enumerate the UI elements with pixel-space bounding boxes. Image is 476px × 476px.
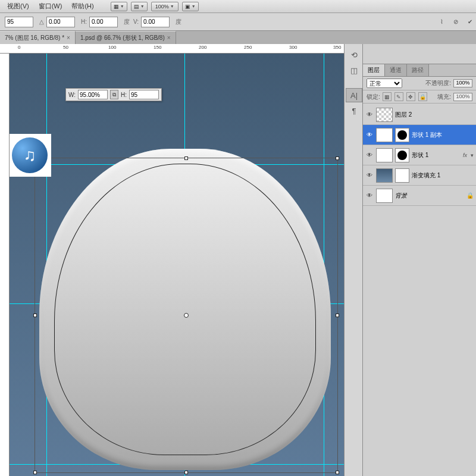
- layer-name[interactable]: 图层 2: [395, 111, 474, 119]
- flyout-1[interactable]: ▦▼: [111, 2, 127, 11]
- menu-help[interactable]: 帮助(H): [67, 0, 98, 12]
- main-menu: 视图(V) 窗口(W) 帮助(H) ▦▼ ▤▼ 100%▼ ▣▼: [0, 0, 476, 13]
- lock-icon: 🔒: [466, 192, 474, 199]
- layer-thumb[interactable]: [376, 128, 393, 142]
- vector-mask-thumb[interactable]: [395, 148, 409, 162]
- scale-input[interactable]: [5, 17, 33, 27]
- menu-view[interactable]: 视图(V): [2, 0, 34, 12]
- tab-layers[interactable]: 图层: [363, 64, 385, 76]
- handle-bl[interactable]: [33, 471, 37, 474]
- v-label: V:: [133, 18, 139, 25]
- handle-tc[interactable]: [184, 156, 188, 160]
- flyout-zoom[interactable]: 100%▼: [151, 2, 178, 11]
- close-icon[interactable]: ×: [67, 35, 70, 41]
- layer-row[interactable]: 👁 背景 🔒: [363, 186, 476, 206]
- fx-badge[interactable]: fx: [462, 152, 468, 158]
- ruler-horizontal[interactable]: 0 50 100 150 200 250 300 350: [0, 44, 357, 54]
- handle-bc[interactable]: [184, 471, 188, 474]
- layer-row-selected[interactable]: 👁 形状 1 副本: [363, 125, 476, 145]
- layer-name[interactable]: 背景: [395, 192, 464, 200]
- lock-all-icon[interactable]: 🔒: [418, 92, 427, 101]
- layer-options-row-2: 锁定: ▦ ✎ ✥ 🔒 填充: 100%: [363, 90, 476, 104]
- canvas[interactable]: ♫: [10, 54, 344, 476]
- layer-mask-thumb[interactable]: [395, 168, 409, 183]
- tab-paths[interactable]: 路径: [407, 64, 429, 76]
- layer-thumb[interactable]: [376, 148, 393, 162]
- panel-icon-5[interactable]: ◫: [346, 63, 362, 77]
- deg2-label: 度: [176, 18, 181, 26]
- link-icon[interactable]: ⧉: [110, 90, 118, 99]
- visibility-icon[interactable]: 👁: [365, 192, 374, 199]
- h-input[interactable]: [89, 17, 118, 27]
- lock-paint-icon[interactable]: ✎: [394, 92, 403, 101]
- transform-bounding-box[interactable]: [35, 158, 338, 473]
- layer-thumb[interactable]: [376, 108, 393, 122]
- layer-name[interactable]: 形状 1 副本: [412, 131, 474, 139]
- opacity-label: 不透明度:: [425, 79, 451, 87]
- handle-tr[interactable]: [336, 156, 339, 160]
- h-label: H:: [121, 92, 127, 98]
- tab-1[interactable]: 7% (图层 16, RGB/8) *×: [0, 31, 76, 44]
- w-input[interactable]: [78, 90, 108, 99]
- music-icon: ♫: [12, 137, 48, 173]
- visibility-icon[interactable]: 👁: [365, 152, 374, 158]
- panel-tabs: 图层 通道 路径: [363, 64, 476, 77]
- h-label: H:: [81, 18, 87, 25]
- close-icon[interactable]: ×: [167, 35, 171, 41]
- layers-list: 👁 图层 2 👁 形状 1 副本 👁 形状 1 fx ▾ 👁 渐变填充 1 👁: [363, 104, 476, 207]
- visibility-icon[interactable]: 👁: [365, 172, 374, 178]
- flyout-2[interactable]: ▤▼: [131, 2, 148, 11]
- fill-value[interactable]: 100%: [453, 93, 472, 101]
- lock-label: 锁定:: [367, 93, 380, 101]
- layer-name[interactable]: 渐变填充 1: [412, 171, 474, 180]
- ruler-vertical[interactable]: [0, 54, 10, 476]
- transform-float-palette[interactable]: W: ⧉ H:: [65, 88, 162, 101]
- cancel-icon[interactable]: ⊘: [450, 16, 462, 28]
- vector-mask-thumb[interactable]: [395, 128, 409, 142]
- deg-label: 度: [124, 18, 130, 26]
- right-panel: 思缘设计论坛 WWW.MISSYUAN.COM 0 0 △ 0 图层 通道 路径…: [363, 0, 476, 476]
- handle-br[interactable]: [336, 471, 339, 474]
- v-input[interactable]: [141, 17, 170, 27]
- layer-row[interactable]: 👁 渐变填充 1: [363, 165, 476, 186]
- layer-thumb[interactable]: [376, 168, 393, 183]
- layer-row[interactable]: 👁 图层 2: [363, 105, 476, 125]
- commit-icon[interactable]: ✔: [464, 16, 476, 28]
- w-label: W:: [68, 92, 76, 98]
- layer-row[interactable]: 👁 形状 1 fx ▾: [363, 145, 476, 165]
- reference-image: ♫: [10, 134, 51, 177]
- tab-channels[interactable]: 通道: [385, 64, 407, 76]
- chevron-down-icon[interactable]: ▾: [471, 152, 474, 158]
- fill-label: 填充:: [437, 93, 451, 101]
- opacity-value[interactable]: 100%: [453, 79, 472, 87]
- angle-icon: △: [39, 18, 44, 25]
- handle-center[interactable]: [184, 313, 189, 318]
- toolbar-flyouts: ▦▼ ▤▼ 100%▼ ▣▼: [111, 2, 199, 11]
- layer-thumb[interactable]: [376, 189, 393, 203]
- panel-icon-para[interactable]: ¶: [346, 104, 362, 118]
- menu-window[interactable]: 窗口(W): [34, 0, 67, 12]
- visibility-icon[interactable]: 👁: [365, 111, 374, 118]
- flyout-3[interactable]: ▣▼: [182, 2, 199, 11]
- handle-mr[interactable]: [336, 314, 339, 317]
- panel-icon-char[interactable]: A|: [346, 88, 362, 102]
- angle-input[interactable]: [46, 17, 75, 27]
- lock-transparent-icon[interactable]: ▦: [383, 92, 392, 101]
- document-tabs: 7% (图层 16, RGB/8) *× 1.psd @ 66.7% (形状 1…: [0, 31, 476, 44]
- layer-options-row-1: 正常 不透明度: 100%: [363, 77, 476, 90]
- layer-name[interactable]: 形状 1: [412, 151, 459, 159]
- lock-move-icon[interactable]: ✥: [406, 92, 415, 101]
- handle-ml[interactable]: [33, 314, 37, 317]
- warp-icon[interactable]: ⌇: [436, 16, 447, 28]
- visibility-icon[interactable]: 👁: [365, 131, 374, 138]
- blend-mode-select[interactable]: 正常: [367, 79, 402, 88]
- options-bar: △ H: 度 V: 度 ⌇ ⊘ ✔: [0, 13, 476, 31]
- zoom-label: 100%: [155, 4, 169, 10]
- h-input[interactable]: [129, 90, 159, 99]
- panel-icon-4[interactable]: ⟲: [346, 48, 362, 62]
- collapsed-panels: ◧ ◨ ⧉ ⟲ ◫ A| ¶: [344, 0, 363, 476]
- tab-2[interactable]: 1.psd @ 66.7% (形状 1, RGB/8)×: [76, 31, 176, 44]
